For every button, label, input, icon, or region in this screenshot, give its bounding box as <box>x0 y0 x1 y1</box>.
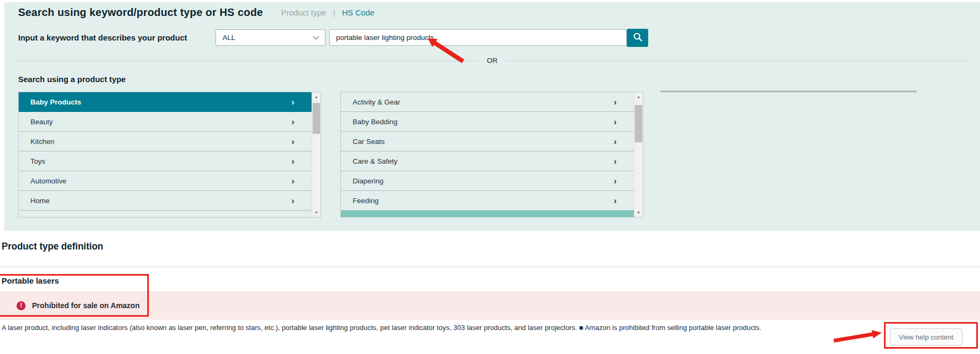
product-type-row[interactable]: Care & Safety › <box>341 151 634 171</box>
product-type-label: Home <box>30 197 50 205</box>
tab-separator: | <box>333 8 335 17</box>
or-label: OR <box>478 57 506 65</box>
product-type-row[interactable]: Home › <box>19 191 312 211</box>
product-type-row[interactable]: Baby Bedding › <box>341 112 634 132</box>
product-type-rows: Activity & Gear › Baby Bedding › Car Sea… <box>341 92 634 218</box>
definition-description: A laser product, including laser indicat… <box>2 324 761 332</box>
product-type-row[interactable]: Automotive › <box>19 171 312 191</box>
product-type-row[interactable]: Toys › <box>19 151 312 171</box>
tab-product-type[interactable]: Product type <box>281 8 326 17</box>
scroll-up-icon[interactable]: ▲ <box>312 92 321 101</box>
chevron-right-icon: › <box>291 117 294 126</box>
chevron-right-icon: › <box>291 98 294 107</box>
product-type-label: Feeding <box>353 197 379 205</box>
alert-icon: ! <box>17 301 26 310</box>
chevron-right-icon: › <box>291 157 294 166</box>
view-help-content-button[interactable]: View help content <box>890 328 962 345</box>
tab-hs-code[interactable]: HS Code <box>342 8 375 17</box>
chevron-right-icon: › <box>614 196 617 205</box>
product-type-label: Baby Products <box>30 98 81 106</box>
keyword-search-row: Input a keyword that describes your prod… <box>4 29 980 47</box>
product-type-row[interactable]: Kitchen › <box>19 132 312 151</box>
product-type-label: Jewelry <box>30 216 55 218</box>
product-type-list-level2: Activity & Gear › Baby Bedding › Car Sea… <box>340 92 643 218</box>
product-type-row[interactable]: Baby Products › <box>19 92 312 112</box>
scroll-up-icon[interactable]: ▲ <box>634 92 643 101</box>
category-dropdown[interactable]: ALL <box>216 29 325 46</box>
product-classify-page: { "header": { "title": "Search using key… <box>0 0 980 354</box>
product-type-row[interactable]: Furniture › <box>341 211 634 218</box>
product-type-row[interactable]: Jewelry › <box>19 211 312 218</box>
scrollbar-thumb[interactable] <box>635 105 642 142</box>
product-type-rows: Baby Products › Beauty › Kitchen › Toys … <box>19 92 312 218</box>
category-dropdown-value: ALL <box>222 34 235 42</box>
product-type-row[interactable]: Activity & Gear › <box>341 92 634 112</box>
chevron-right-icon: › <box>291 176 294 186</box>
product-type-label: Toys <box>30 157 45 165</box>
search-icon <box>633 32 643 44</box>
product-type-label: Kitchen <box>30 138 54 146</box>
product-type-row[interactable]: Feeding › <box>341 191 634 211</box>
scrollbar-thumb[interactable] <box>313 103 320 134</box>
chevron-down-icon <box>313 34 320 42</box>
chevron-right-icon: › <box>614 137 617 146</box>
scrollbar[interactable]: ▲ ▼ <box>634 92 643 217</box>
panel-header: Search using keyword/product type or HS … <box>18 6 375 19</box>
search-button[interactable] <box>627 29 648 47</box>
product-type-label: Automotive <box>30 177 67 185</box>
keyword-input[interactable] <box>329 29 627 46</box>
product-type-row[interactable]: Beauty › <box>19 112 312 132</box>
product-type-name: Portable lasers <box>2 276 59 285</box>
search-panel: Search using keyword/product type or HS … <box>4 2 980 231</box>
definition-heading: Product type definition <box>2 241 103 252</box>
product-type-row[interactable]: Diapering › <box>341 171 634 191</box>
chevron-right-icon: › <box>614 216 617 218</box>
product-type-label: Baby Bedding <box>353 118 397 126</box>
page-title: Search using keyword/product type or HS … <box>18 6 263 19</box>
scroll-down-icon[interactable]: ▼ <box>634 208 643 217</box>
product-type-heading: Search using a product type <box>18 75 126 84</box>
product-type-list-level1: Baby Products › Beauty › Kitchen › Toys … <box>18 92 321 218</box>
scrollbar[interactable]: ▲ ▼ <box>312 92 321 217</box>
level3-placeholder-divider <box>660 91 917 92</box>
keyword-search-label: Input a keyword that describes your prod… <box>18 33 187 42</box>
product-type-label: Activity & Gear <box>353 98 400 106</box>
chevron-right-icon: › <box>291 137 294 146</box>
product-type-label: Care & Safety <box>353 157 397 165</box>
product-type-label: Beauty <box>30 118 53 126</box>
chevron-right-icon: › <box>614 117 617 126</box>
chevron-right-icon: › <box>614 176 617 186</box>
chevron-right-icon: › <box>614 157 617 166</box>
chevron-right-icon: › <box>291 216 294 218</box>
product-type-label: Furniture <box>353 216 384 218</box>
scroll-down-icon[interactable]: ▼ <box>312 208 321 217</box>
product-type-label: Car Seats <box>353 138 385 146</box>
product-type-label: Diapering <box>353 177 384 185</box>
annotation-arrow-help-button <box>830 328 886 345</box>
section-divider <box>0 267 980 267</box>
chevron-right-icon: › <box>291 196 294 205</box>
prohibited-banner: ! Prohibited for sale on Amazon <box>0 291 980 320</box>
search-mode-tabs: Product type | HS Code <box>281 8 375 17</box>
product-type-row[interactable]: Car Seats › <box>341 132 634 151</box>
prohibited-banner-text: Prohibited for sale on Amazon <box>32 301 140 310</box>
chevron-right-icon: › <box>614 98 617 107</box>
